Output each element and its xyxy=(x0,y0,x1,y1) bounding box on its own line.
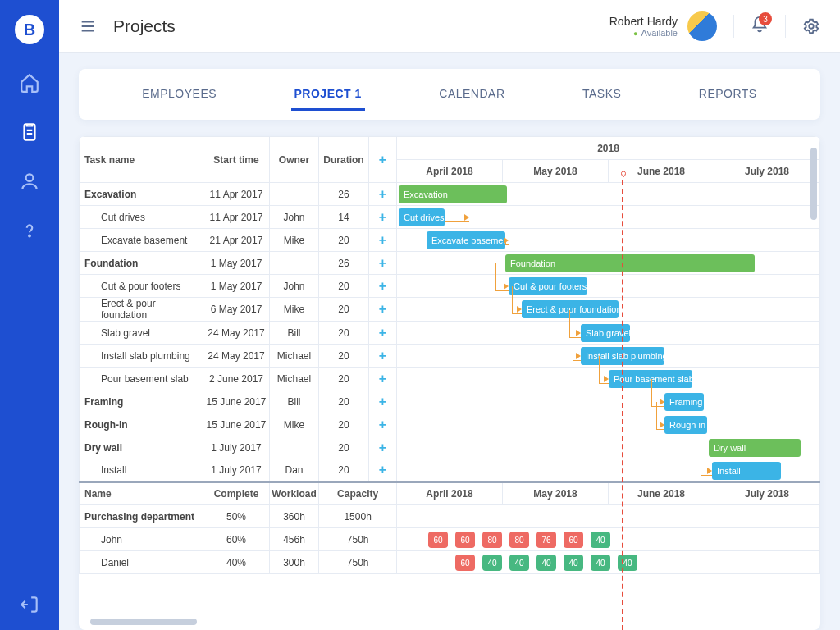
load-pill[interactable]: 60 xyxy=(455,532,475,548)
gantt-bar[interactable]: Install xyxy=(712,462,781,480)
load-pill[interactable]: 80 xyxy=(482,532,502,548)
add-subtask-button[interactable]: + xyxy=(368,322,396,345)
load-pill[interactable]: 60 xyxy=(428,532,448,548)
gantt-cell[interactable]: Erect & pour foundation xyxy=(397,298,820,322)
add-subtask-button[interactable]: + xyxy=(368,229,396,252)
load-pill[interactable]: 60 xyxy=(455,555,475,571)
gantt-bar[interactable]: Pour basement slab xyxy=(609,370,692,388)
gantt-cell[interactable]: Cut & pour footers xyxy=(397,275,820,298)
tab-project-1[interactable]: PROJECT 1 xyxy=(291,79,365,111)
col-owner[interactable]: Owner xyxy=(269,137,318,183)
gantt-cell[interactable]: Cut drives xyxy=(397,206,820,229)
gantt-cell[interactable]: Excavate basement xyxy=(397,229,820,252)
gantt-cell[interactable]: Slab gravel xyxy=(397,322,820,345)
task-row[interactable]: Excavate basement21 Apr 2017Mike20+Excav… xyxy=(80,229,820,252)
add-subtask-button[interactable]: + xyxy=(368,390,396,413)
resource-row[interactable]: Daniel40%300h750h60404040404040 xyxy=(80,551,820,574)
gantt-bar[interactable]: Excavate basement xyxy=(427,231,505,249)
col-task[interactable]: Task name xyxy=(80,137,203,183)
help-icon[interactable] xyxy=(19,220,40,241)
avatar[interactable] xyxy=(687,11,717,41)
add-subtask-button[interactable]: + xyxy=(368,345,396,368)
tab-reports[interactable]: REPORTS xyxy=(696,79,760,111)
timeline-month[interactable]: April 2018 xyxy=(397,160,503,183)
gantt-cell[interactable]: Excavation xyxy=(397,183,820,206)
add-subtask-button[interactable]: + xyxy=(368,459,396,482)
task-row[interactable]: Slab gravel24 May 2017Bill20+Slab gravel xyxy=(80,322,820,345)
add-column-button[interactable]: + xyxy=(368,137,396,183)
res-col-workload[interactable]: Workload xyxy=(269,482,318,505)
add-subtask-button[interactable]: + xyxy=(368,183,396,206)
add-subtask-button[interactable]: + xyxy=(368,413,396,436)
add-subtask-button[interactable]: + xyxy=(368,298,396,322)
gantt-bar[interactable]: Excavation xyxy=(399,185,507,203)
load-pill[interactable]: 40 xyxy=(591,532,610,548)
timeline-month[interactable]: July 2018 xyxy=(714,160,820,183)
timeline-month[interactable]: July 2018 xyxy=(714,482,820,505)
gantt-bar[interactable]: Foundation xyxy=(505,254,755,272)
tab-tasks[interactable]: TASKS xyxy=(579,79,624,111)
task-row[interactable]: Rough-in15 June 2017Mike20+Rough in xyxy=(80,413,820,436)
gantt-cell[interactable]: Install xyxy=(397,459,820,482)
timeline-month[interactable]: May 2018 xyxy=(503,160,609,183)
gantt-cell[interactable]: Dry wall xyxy=(397,436,820,459)
timeline-month[interactable]: June 2018 xyxy=(609,160,714,183)
timeline-month[interactable]: May 2018 xyxy=(503,482,609,505)
gantt-cell[interactable]: Foundation xyxy=(397,252,820,275)
res-col-name[interactable]: Name xyxy=(80,482,203,505)
gantt-cell[interactable]: Framing xyxy=(397,390,820,413)
horizontal-scrollbar[interactable] xyxy=(90,619,197,625)
timeline-month[interactable]: June 2018 xyxy=(609,482,714,505)
resource-row[interactable]: Purchasing department50%360h1500h xyxy=(80,505,820,528)
vertical-scrollbar[interactable] xyxy=(810,148,817,220)
add-subtask-button[interactable]: + xyxy=(368,206,396,229)
task-row[interactable]: Excavation11 Apr 201726+Excavation xyxy=(80,183,820,206)
task-row[interactable]: Cut & pour footers1 May 2017John20+Cut &… xyxy=(80,275,820,298)
task-row[interactable]: Pour basement slab2 June 2017Michael20+P… xyxy=(80,368,820,390)
load-pill[interactable]: 40 xyxy=(591,555,610,571)
gantt-cell[interactable]: Rough in xyxy=(397,413,820,436)
load-pill[interactable]: 40 xyxy=(618,555,637,571)
gantt-bar[interactable]: Install slab plumbing xyxy=(581,347,664,365)
add-subtask-button[interactable]: + xyxy=(368,252,396,275)
res-col-capacity[interactable]: Capacity xyxy=(319,482,397,505)
brand-logo[interactable]: B xyxy=(15,15,44,44)
add-subtask-button[interactable]: + xyxy=(368,368,396,390)
col-duration[interactable]: Duration xyxy=(319,137,368,183)
load-pill[interactable]: 76 xyxy=(536,532,556,548)
home-icon[interactable] xyxy=(19,72,40,94)
load-pill[interactable]: 80 xyxy=(509,532,529,548)
load-pill[interactable]: 40 xyxy=(564,555,583,571)
gantt-bar[interactable]: Dry wall xyxy=(709,439,801,457)
task-row[interactable]: Install slab plumbing24 May 2017Michael2… xyxy=(80,345,820,368)
logout-icon[interactable] xyxy=(19,594,40,615)
resource-row[interactable]: John60%456h750h60608080766040 xyxy=(80,528,820,551)
task-row[interactable]: Foundation1 May 201726+Foundation xyxy=(80,252,820,275)
res-col-complete[interactable]: Complete xyxy=(203,482,270,505)
tab-employees[interactable]: EMPLOYEES xyxy=(139,79,220,111)
add-subtask-button[interactable]: + xyxy=(368,436,396,459)
projects-icon[interactable] xyxy=(19,121,40,143)
gantt-bar[interactable]: Framing xyxy=(664,393,704,411)
gantt-cell[interactable]: Pour basement slab xyxy=(397,368,820,390)
load-pill[interactable]: 40 xyxy=(482,555,502,571)
task-row[interactable]: Framing15 June 2017Bill20+Framing xyxy=(80,390,820,413)
task-row[interactable]: Erect & pour foundation6 May 2017Mike20+… xyxy=(80,298,820,322)
col-start[interactable]: Start time xyxy=(203,137,270,183)
settings-icon[interactable] xyxy=(802,17,820,35)
tab-calendar[interactable]: CALENDAR xyxy=(436,79,508,111)
user-block[interactable]: Robert Hardy Available xyxy=(609,11,717,41)
menu-icon[interactable] xyxy=(79,17,97,35)
load-pill[interactable]: 40 xyxy=(509,555,529,571)
gantt-bar[interactable]: Slab gravel xyxy=(581,324,630,342)
add-subtask-button[interactable]: + xyxy=(368,275,396,298)
gantt-bar[interactable]: Rough in xyxy=(664,416,707,434)
task-row[interactable]: Install1 July 2017Dan20+Install xyxy=(80,459,820,482)
user-icon[interactable] xyxy=(19,171,40,192)
load-pill[interactable]: 40 xyxy=(536,555,556,571)
timeline-month[interactable]: April 2018 xyxy=(397,482,503,505)
task-row[interactable]: Cut drives11 Apr 2017John14+Cut drives xyxy=(80,206,820,229)
notifications-button[interactable]: 3 xyxy=(751,16,769,37)
gantt-bar[interactable]: Cut drives xyxy=(399,208,445,226)
load-pill[interactable]: 60 xyxy=(564,532,583,548)
